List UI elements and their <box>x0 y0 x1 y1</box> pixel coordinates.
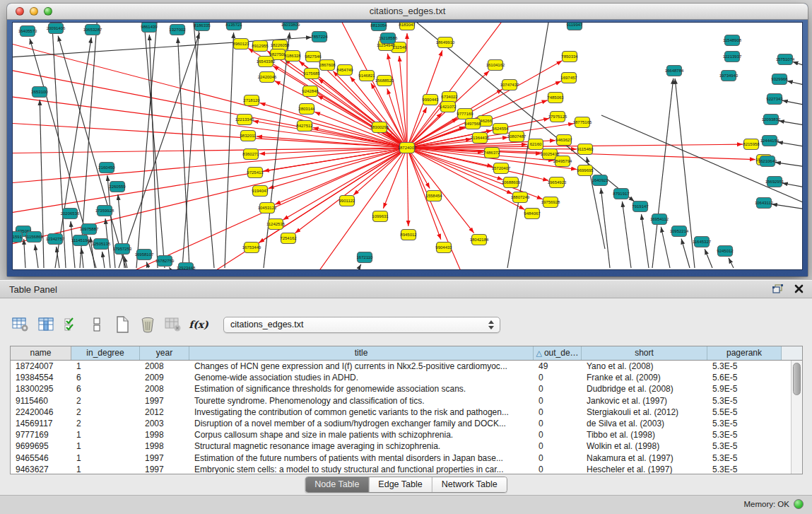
float-window-icon[interactable] <box>772 284 783 296</box>
table-scrollbar-thumb[interactable] <box>793 363 801 395</box>
column-header-pagerank[interactable]: pagerank <box>707 346 782 360</box>
graph-edge[interactable] <box>182 23 200 268</box>
table-row[interactable]: 2242004622012Investigating the contribut… <box>11 407 791 418</box>
graph-node[interactable]: 9245012 <box>717 246 734 257</box>
graph-edge[interactable] <box>601 188 610 268</box>
graph-node[interactable]: 28495794 <box>553 156 572 167</box>
table-row[interactable]: 969969511998Structural magnetic resonanc… <box>11 440 791 452</box>
graph-edge[interactable] <box>705 249 712 268</box>
graph-node[interactable]: 8360271 <box>242 149 259 160</box>
graph-node[interactable]: 1558454 <box>425 191 442 201</box>
graph-node[interactable]: 11145194 <box>71 235 90 246</box>
graph-node[interactable]: 9990443 <box>422 95 439 105</box>
graph-node[interactable]: 2867608 <box>319 60 336 71</box>
graph-node[interactable]: 12923448 <box>177 263 196 270</box>
column-header-name[interactable]: name <box>11 346 71 360</box>
graph-node[interactable]: 6497568 <box>464 119 481 129</box>
graph-node[interactable]: 10807487 <box>507 132 526 142</box>
graph-node[interactable]: 1099631 <box>372 211 389 222</box>
graph-edge[interactable] <box>310 148 407 269</box>
graph-node[interactable]: 16543382 <box>257 57 276 67</box>
graph-edge[interactable] <box>118 194 124 268</box>
table-row[interactable]: 946362711997Embryonic stem cells: a mode… <box>11 464 791 474</box>
window-titlebar[interactable]: citations_edges.txt <box>7 4 808 20</box>
graph-node[interactable]: 2803144 <box>298 104 315 115</box>
graph-node[interactable]: 11548908 <box>723 35 742 46</box>
graph-edge[interactable] <box>193 23 214 268</box>
graph-node[interactable]: 8215958 <box>743 139 760 150</box>
graph-node[interactable]: 8135721 <box>225 23 242 30</box>
graph-node[interactable]: 19218586 <box>379 33 398 44</box>
table-row[interactable]: 911546021997Tourette syndrome. Phenomeno… <box>11 395 791 407</box>
graph-node[interactable]: 8454749 <box>336 65 353 76</box>
column-header-title[interactable]: title <box>189 346 534 360</box>
graph-node[interactable]: 15720407 <box>492 163 511 174</box>
graph-node[interactable]: 9699695 <box>577 165 594 176</box>
graph-node[interactable]: 2260559 <box>109 182 126 192</box>
zoom-button[interactable] <box>44 7 52 16</box>
graph-node[interactable]: 18807249 <box>511 192 530 203</box>
graph-edge[interactable] <box>407 124 574 148</box>
graph-edge[interactable] <box>622 201 631 268</box>
graph-node[interactable]: 11156869 <box>25 232 43 243</box>
graph-edge[interactable] <box>81 248 83 268</box>
graph-node[interactable]: 391591 <box>13 232 23 243</box>
graph-node[interactable]: 9484067 <box>524 209 541 219</box>
graph-node[interactable]: 11645327 <box>693 237 712 247</box>
graph-node[interactable]: 16954112 <box>650 214 669 225</box>
graph-edge[interactable] <box>24 239 25 268</box>
table-row[interactable]: 1872400712008Changes of HCN gene express… <box>11 361 791 372</box>
graph-node[interactable]: 9861439 <box>141 23 158 33</box>
graph-edge[interactable] <box>782 183 802 191</box>
close-panel-icon[interactable] <box>794 284 804 296</box>
graph-node[interactable]: 15688520 <box>375 76 394 86</box>
graph-edge[interactable] <box>359 264 361 268</box>
column-header-year[interactable]: year <box>140 346 189 360</box>
graph-node[interactable]: 10688609 <box>502 177 521 188</box>
graph-node[interactable]: 7486372 <box>483 148 500 158</box>
graph-edge[interactable] <box>407 148 548 180</box>
graph-node[interactable]: 9725413 <box>247 168 264 178</box>
close-button[interactable] <box>16 7 24 16</box>
graph-node[interactable]: 16648784 <box>665 66 684 76</box>
graph-node[interactable]: 9463627 <box>555 135 572 146</box>
graph-node[interactable]: 18775165 <box>573 117 592 128</box>
graph-node[interactable]: 10975887 <box>80 224 99 235</box>
graph-node[interactable]: 18724007 <box>398 143 417 153</box>
graph-node[interactable]: 8186335 <box>194 23 211 31</box>
graph-node[interactable]: 20206536 <box>61 209 80 219</box>
graph-edge[interactable] <box>775 163 802 170</box>
graph-node[interactable]: 62160 <box>529 139 543 150</box>
graph-edge[interactable] <box>787 81 802 90</box>
show-columns-icon[interactable] <box>35 315 57 334</box>
graph-edge[interactable] <box>169 267 170 268</box>
graph-node[interactable]: 1421072 <box>440 102 457 112</box>
graph-edge[interactable] <box>178 37 189 268</box>
graph-edge[interactable] <box>407 148 465 269</box>
memory-indicator[interactable]: Memory: OK <box>743 499 804 509</box>
graph-node[interactable]: 15751074 <box>776 54 795 65</box>
graph-edge[interactable] <box>13 122 407 148</box>
graph-node[interactable]: 16210643 <box>758 156 777 167</box>
column-header-short[interactable]: short <box>582 346 707 360</box>
graph-edge[interactable] <box>35 245 38 268</box>
graph-node[interactable]: 12093832 <box>762 115 781 125</box>
graph-edge[interactable] <box>792 62 802 72</box>
graph-edge[interactable] <box>642 214 649 268</box>
graph-edge[interactable] <box>772 204 802 212</box>
graph-node[interactable]: 16753449 <box>242 243 261 253</box>
table-row[interactable]: 977716911998Corpus callosum shape and si… <box>11 429 791 440</box>
delete-table-icon[interactable] <box>137 315 158 334</box>
graph-node[interactable]: 12213343 <box>235 115 254 125</box>
tab-edge-table[interactable]: Edge Table <box>368 477 431 492</box>
graph-node[interactable]: 8945012 <box>400 230 417 240</box>
graph-edge[interactable] <box>782 100 802 109</box>
graph-node[interactable]: 9329966 <box>771 74 788 85</box>
graph-node[interactable]: 6734022 <box>441 92 458 103</box>
graph-node[interactable]: 7919147 <box>632 201 649 212</box>
graph-edge[interactable] <box>407 148 408 226</box>
graph-node[interactable]: 2718120 <box>243 95 260 106</box>
graph-node[interactable]: 10747437 <box>500 80 519 90</box>
graph-node[interactable]: 8186328 <box>284 51 301 62</box>
graph-node[interactable]: 9901122 <box>339 196 356 206</box>
